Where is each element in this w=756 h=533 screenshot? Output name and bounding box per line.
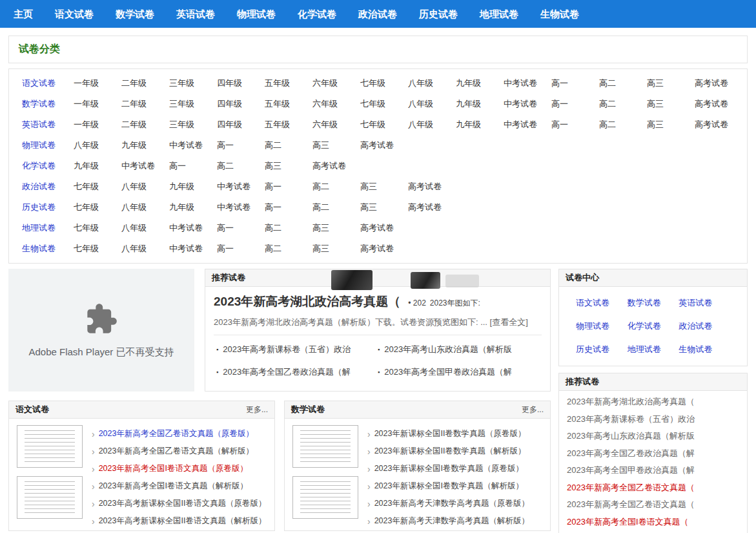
recommended-paper-link[interactable]: 2023年高考全国I卷语文真题（	[567, 530, 739, 533]
grade-link[interactable]: 高三	[647, 78, 695, 89]
grade-link[interactable]: 三年级	[169, 78, 217, 89]
grade-link[interactable]: 九年级	[169, 181, 217, 193]
grade-link[interactable]: 高考试卷	[695, 78, 742, 89]
paper-link[interactable]: ›2023年新课标全国II卷数学真题（解析版）	[367, 443, 542, 460]
grade-link[interactable]: 三年级	[169, 98, 217, 110]
nav-item[interactable]: 数学试卷	[105, 0, 165, 28]
subject-link[interactable]: 历史试卷	[22, 202, 74, 213]
recommended-paper-link[interactable]: 2023年高考全国乙卷政治真题（解	[567, 445, 739, 463]
grade-link[interactable]: 高考试卷	[408, 181, 456, 193]
paper-center-link[interactable]: 地理试卷	[628, 344, 679, 355]
grade-link[interactable]: 高三	[265, 160, 312, 172]
recommended-paper-link[interactable]: 2023年新高考全国I卷语文真题（	[567, 514, 739, 531]
paper-link[interactable]: ›2023年新高考天津数学高考真题（解析版）	[367, 512, 542, 530]
subject-link[interactable]: 物理试卷	[22, 140, 74, 151]
grade-link[interactable]: 八年级	[121, 222, 169, 234]
paper-thumbnail[interactable]	[292, 425, 358, 468]
subject-link[interactable]: 化学试卷	[22, 160, 74, 172]
grade-link[interactable]: 中考试卷	[169, 140, 217, 151]
recommended-paper-link[interactable]: 2023年高考全国甲卷政治真题（解	[567, 462, 739, 479]
recommended-paper-link[interactable]: 2023年新高考全国乙卷语文真题（	[567, 479, 739, 497]
grade-link[interactable]: 高三	[312, 222, 360, 234]
grade-link[interactable]: 七年级	[360, 78, 408, 89]
paper-thumbnail[interactable]	[17, 476, 83, 519]
paper-center-link[interactable]: 数学试卷	[628, 297, 679, 309]
read-more-link[interactable]: [查看全文]	[490, 317, 528, 327]
subject-link[interactable]: 政治试卷	[22, 181, 74, 193]
grade-link[interactable]: 一年级	[74, 119, 121, 131]
grade-link[interactable]: 四年级	[217, 78, 265, 89]
subject-link[interactable]: 英语试卷	[22, 119, 74, 131]
subject-link[interactable]: 数学试卷	[22, 98, 74, 110]
grade-link[interactable]: 高二	[599, 98, 647, 110]
grade-link[interactable]: 高二	[312, 202, 360, 213]
paper-center-link[interactable]: 物理试卷	[576, 320, 628, 332]
grade-link[interactable]: 五年级	[265, 78, 312, 89]
recommended-paper-link[interactable]: 2023年新高考全国乙卷语文真题（	[567, 496, 739, 514]
nav-item[interactable]: 主页	[3, 0, 44, 28]
paper-link[interactable]: ›2023年新高考全国乙卷语文真题（解析版）	[92, 443, 267, 460]
grade-link[interactable]: 高一	[265, 202, 312, 213]
grade-link[interactable]: 中考试卷	[504, 119, 551, 131]
grade-link[interactable]: 高二	[265, 222, 312, 234]
nav-item[interactable]: 语文试卷	[44, 0, 105, 28]
grade-link[interactable]: 八年级	[121, 243, 169, 255]
grade-link[interactable]: 四年级	[217, 119, 265, 131]
grade-link[interactable]: 六年级	[312, 78, 360, 89]
paper-link[interactable]: ›2023年新课标全国I卷数学真题（原卷版）	[367, 460, 542, 477]
grade-link[interactable]: 九年级	[456, 78, 504, 89]
grade-link[interactable]: 六年级	[312, 98, 360, 110]
grade-link[interactable]: 高考试卷	[312, 160, 360, 172]
grade-link[interactable]: 高二	[265, 243, 312, 255]
nav-item[interactable]: 地理试卷	[469, 0, 529, 28]
grade-link[interactable]: 六年级	[312, 119, 360, 131]
featured-paper-title[interactable]: 2023年新高考湖北政治高考真题（	[214, 293, 400, 310]
recommended-paper-link[interactable]: 2023年新高考湖北政治高考真题（	[567, 393, 739, 411]
grade-link[interactable]: 高一	[265, 181, 312, 193]
grade-link[interactable]: 高一	[551, 78, 599, 89]
grade-link[interactable]: 高二	[312, 181, 360, 193]
subject-link[interactable]: 语文试卷	[22, 78, 74, 89]
grade-link[interactable]: 四年级	[217, 98, 265, 110]
nav-item[interactable]: 物理试卷	[226, 0, 287, 28]
grade-link[interactable]: 高一	[551, 98, 599, 110]
recommended-link[interactable]: ▪2023年高考山东政治真题（解析版	[378, 344, 539, 355]
grade-link[interactable]: 高一	[169, 160, 217, 172]
grade-link[interactable]: 高考试卷	[408, 202, 456, 213]
grade-link[interactable]: 中考试卷	[217, 202, 265, 213]
grade-link[interactable]: 二年级	[121, 119, 169, 131]
grade-link[interactable]: 高三	[360, 202, 408, 213]
grade-link[interactable]: 八年级	[408, 98, 456, 110]
grade-link[interactable]: 九年级	[456, 119, 504, 131]
paper-center-link[interactable]: 生物试卷	[679, 344, 730, 355]
grade-link[interactable]: 高三	[647, 119, 695, 131]
grade-link[interactable]: 五年级	[265, 119, 312, 131]
grade-link[interactable]: 七年级	[360, 119, 408, 131]
more-link[interactable]: 更多...	[522, 404, 544, 415]
grade-link[interactable]: 八年级	[74, 140, 121, 151]
grade-link[interactable]: 八年级	[121, 202, 169, 213]
recommended-paper-link[interactable]: 2023年高考山东政治真题（解析版	[567, 428, 739, 445]
paper-link[interactable]: ›2023年新高考全国I卷语文真题（解析版）	[92, 477, 267, 495]
grade-link[interactable]: 中考试卷	[121, 160, 169, 172]
paper-center-link[interactable]: 语文试卷	[576, 297, 628, 309]
subject-link[interactable]: 地理试卷	[22, 222, 74, 234]
paper-link[interactable]: ›2023年新课标全国I卷数学真题（解析版）	[367, 477, 542, 495]
paper-center-link[interactable]: 政治试卷	[679, 320, 730, 332]
grade-link[interactable]: 七年级	[74, 181, 121, 193]
grade-link[interactable]: 高考试卷	[695, 119, 742, 131]
more-link[interactable]: 更多...	[246, 404, 268, 415]
grade-link[interactable]: 高考试卷	[360, 222, 408, 234]
grade-link[interactable]: 七年级	[74, 222, 121, 234]
grade-link[interactable]: 一年级	[74, 78, 121, 89]
paper-link[interactable]: ›2023年新高考天津数学高考真题（原卷版）	[367, 495, 542, 512]
grade-link[interactable]: 中考试卷	[504, 98, 551, 110]
paper-link[interactable]: ›2023年新高考全国乙卷语文真题（原卷版）	[92, 425, 267, 443]
recommended-link[interactable]: ▪2023年高考新课标卷（五省）政治	[216, 344, 378, 355]
paper-link[interactable]: ›2023年新课标全国II卷数学真题（原卷版）	[367, 425, 542, 443]
grade-link[interactable]: 高三	[312, 140, 360, 151]
grade-link[interactable]: 高考试卷	[695, 98, 742, 110]
paper-link[interactable]: ›2023年高考新课标全国II卷语文真题（解析版）	[92, 512, 267, 530]
grade-link[interactable]: 九年级	[169, 202, 217, 213]
recommended-link[interactable]: ▪2023年高考全国甲卷政治真题（解	[378, 366, 539, 378]
